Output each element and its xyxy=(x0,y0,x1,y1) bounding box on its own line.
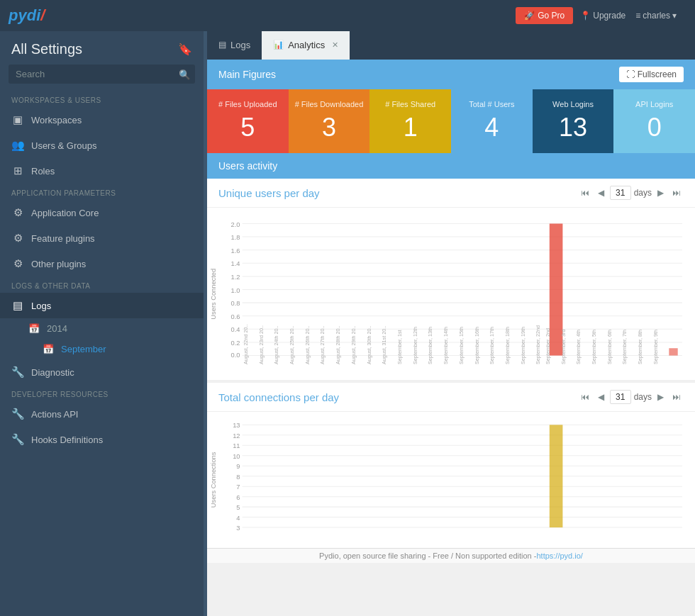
total-connections-chart-header: Total connections per day ⏮ ◀ days ▶ ⏭ xyxy=(207,383,695,412)
user-menu[interactable]: ≡ charles ▾ xyxy=(635,11,677,21)
sidebar-item-logs[interactable]: ▤ Logs xyxy=(0,293,204,318)
sidebar-title: All Settings xyxy=(11,41,82,57)
chart-days-input-2[interactable] xyxy=(610,390,631,404)
stat-card-total-users: Total # Users 4 xyxy=(451,89,533,153)
stat-card-web-logins: Web Logins 13 xyxy=(533,89,614,153)
y-label: 1.6 xyxy=(231,247,240,254)
stat-value: 5 xyxy=(240,113,255,142)
workspaces-icon: ▣ xyxy=(11,113,24,126)
bookmark-icon[interactable]: 🔖 xyxy=(178,43,192,56)
unique-users-chart-container: Users Connected 2.0 1.8 1.6 1.4 1.2 1.0 … xyxy=(207,208,695,380)
x-label: September, 22nd xyxy=(535,325,541,364)
logo-accent: di xyxy=(27,6,41,24)
go-pro-button[interactable]: 🚀 Go Pro xyxy=(516,7,573,24)
chart-first-btn[interactable]: ⏮ xyxy=(578,186,592,199)
chart-last-btn-2[interactable]: ⏭ xyxy=(669,391,684,403)
chart-days-input[interactable] xyxy=(610,186,631,200)
x-label: September, 17th xyxy=(489,327,495,364)
users-activity-header: Users activity xyxy=(207,153,695,179)
sidebar-header: All Settings 🔖 xyxy=(0,31,204,65)
y-label-2: 13 xyxy=(233,422,240,430)
sidebar-item-2014[interactable]: 📅 2014 xyxy=(0,318,204,339)
sidebar-item-hooks-definitions[interactable]: 🔧 Hooks Definitions xyxy=(0,427,204,452)
x-label: September, 14th xyxy=(443,327,449,364)
chart-nav-total: ⏮ ◀ days ▶ ⏭ xyxy=(578,390,684,404)
stat-label: Total # Users xyxy=(469,100,514,108)
menu-icon: ≡ xyxy=(635,11,640,21)
x-label: September, 5th xyxy=(591,330,597,364)
calendar-sub-icon: 📅 xyxy=(43,344,54,354)
section-label-dev: DEVELOPER RESOURCES xyxy=(0,385,204,401)
footer: Pydio, open source file sharing - Free /… xyxy=(207,548,695,563)
roles-icon: ⊞ xyxy=(11,164,24,177)
tab-logs[interactable]: ▤ Logs xyxy=(207,31,262,60)
x-label: August, 24th 20.. xyxy=(273,325,279,364)
sidebar-item-diagnostic[interactable]: 🔧 Diagnostic xyxy=(0,359,204,385)
app-core-icon: ⚙ xyxy=(11,206,24,219)
chart-next-btn[interactable]: ▶ xyxy=(655,186,667,199)
feature-icon: ⚙ xyxy=(11,232,24,245)
stat-label: # Files Shared xyxy=(385,100,435,108)
tab-analytics[interactable]: 📊 Analytics ✕ xyxy=(262,31,350,60)
section-label-app-params: APPLICATION PARAMETERS xyxy=(0,184,204,200)
sidebar-item-users-groups[interactable]: 👥 Users & Groups xyxy=(0,133,204,158)
y-label: 1.2 xyxy=(231,274,240,281)
stat-value: 3 xyxy=(322,113,336,142)
tab-label: Logs xyxy=(230,40,250,50)
stat-label: Web Logins xyxy=(552,100,594,108)
footer-text: Pydio, open source file sharing - Free /… xyxy=(319,551,536,560)
diagnostic-icon: 🔧 xyxy=(11,366,24,379)
stats-row: # Files Uploaded 5 # Files Downloaded 3 … xyxy=(207,89,695,153)
sidebar-item-september[interactable]: 📅 September xyxy=(0,339,204,359)
search-icon-button[interactable]: 🔍 xyxy=(179,69,191,79)
users-activity-label: Users activity xyxy=(218,160,277,172)
chart-last-btn[interactable]: ⏭ xyxy=(669,186,684,199)
sidebar-item-label: Other plugins xyxy=(31,259,86,269)
go-pro-label: Go Pro xyxy=(538,11,565,21)
y-axis-title: Users Connected xyxy=(210,269,217,320)
search-input[interactable] xyxy=(9,65,195,84)
y-label: 0.8 xyxy=(231,300,240,307)
chart-next-btn-2[interactable]: ▶ xyxy=(655,391,667,403)
upgrade-link[interactable]: 📍 Upgrade xyxy=(580,11,626,21)
main-figures-header: Main Figures ⛶ Fullscreen xyxy=(207,60,695,89)
main-figures-label: Main Figures xyxy=(218,69,276,80)
fullscreen-icon: ⛶ xyxy=(626,69,635,79)
y-label-2: 3 xyxy=(236,525,240,532)
sidebar-item-app-core[interactable]: ⚙ Application Core xyxy=(0,200,204,225)
fullscreen-button[interactable]: ⛶ Fullscreen xyxy=(619,67,684,82)
x-label: August, 29th 20.. xyxy=(350,325,357,364)
sidebar-item-other-plugins[interactable]: ⚙ Other plugins xyxy=(0,251,204,276)
x-label: August, 25th 20.. xyxy=(289,325,295,364)
total-connections-chart-section: Total connections per day ⏮ ◀ days ▶ ⏭ U… xyxy=(207,380,695,548)
y-label-2: 5 xyxy=(236,505,240,512)
fullscreen-label: Fullscreen xyxy=(638,69,677,79)
x-label: September, 6th xyxy=(606,330,613,364)
stat-card-api-logins: API Logins 0 xyxy=(613,89,695,153)
stat-label: # Files Downloaded xyxy=(295,100,364,108)
chart-prev-btn-2[interactable]: ◀ xyxy=(595,391,607,403)
sidebar-item-actions-api[interactable]: 🔧 Actions API xyxy=(0,401,204,427)
bar-total-sep2 xyxy=(550,425,563,528)
chart-first-btn-2[interactable]: ⏮ xyxy=(578,391,592,403)
y-label-2: 4 xyxy=(236,515,240,522)
footer-link[interactable]: https://pyd.io/ xyxy=(536,551,582,560)
chart-prev-btn[interactable]: ◀ xyxy=(595,186,607,199)
unique-users-chart-section: Unique users per day ⏮ ◀ days ▶ ⏭ Users … xyxy=(207,179,695,380)
tab-label: Analytics xyxy=(288,40,325,50)
x-label: September, 9th xyxy=(652,330,659,364)
analytics-tab-icon: 📊 xyxy=(273,40,284,50)
y-label-2: 7 xyxy=(236,484,240,491)
stat-value: 1 xyxy=(404,113,418,142)
sidebar-item-workspaces[interactable]: ▣ Workspaces xyxy=(0,107,204,133)
chart-days-label-2: days xyxy=(634,392,652,402)
x-label: August, 28th 20.. xyxy=(335,325,341,364)
sidebar-item-label: Application Core xyxy=(31,208,99,218)
x-label: September, 12th xyxy=(412,327,418,364)
users-icon: 👥 xyxy=(11,139,24,152)
sidebar-item-feature-plugins[interactable]: ⚙ Feature plugins xyxy=(0,225,204,251)
tab-close-button[interactable]: ✕ xyxy=(332,40,338,50)
x-label: August, 23rd 20.. xyxy=(258,325,265,364)
logo: pydi/ xyxy=(9,6,45,25)
sidebar-item-roles[interactable]: ⊞ Roles xyxy=(0,158,204,184)
